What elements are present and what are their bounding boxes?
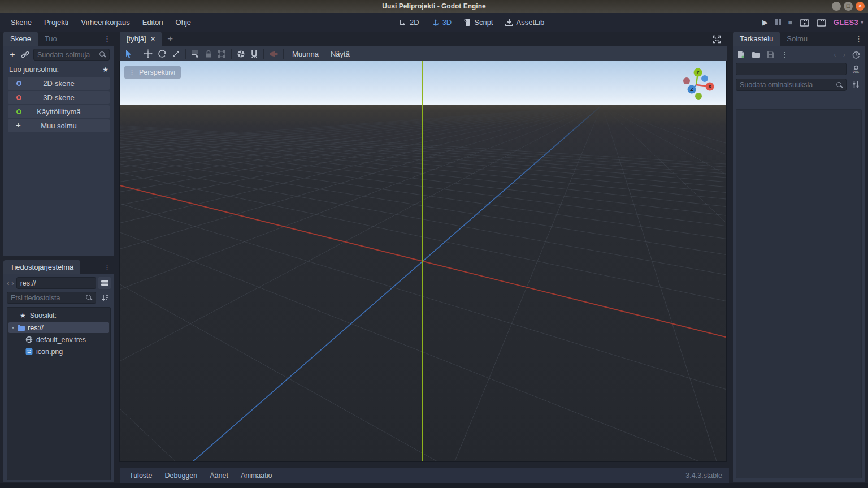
tab-inspector[interactable]: Tarkastelu [733,32,780,46]
2d-scene-icon [16,81,21,86]
bottom-tab-audio[interactable]: Äänet [206,470,232,481]
root-option-2d-scene[interactable]: 2D-skene [8,77,110,90]
tree-item-icon-png[interactable]: icon.png [8,346,109,357]
close-icon[interactable]: × [151,32,155,46]
workspace-script[interactable]: Script [461,16,496,28]
projection-button[interactable]: ⋮ Perspektiivi [124,66,181,79]
lock-button[interactable] [205,50,212,58]
file-search-input[interactable] [11,294,86,302]
node-name-field[interactable] [736,63,847,75]
move-mode-button[interactable] [144,49,153,58]
sort-button[interactable] [98,292,111,304]
scene-filter-field[interactable] [33,49,110,61]
3d-icon [432,19,440,27]
menu-scene[interactable]: Skene [6,16,37,29]
list-select-button[interactable] [191,50,199,58]
axis-gizmo[interactable]: YXZ [681,63,721,103]
snap-button[interactable] [250,50,258,58]
menu-debug[interactable]: Virheenkorjaus [76,16,134,29]
assetlib-icon [505,19,513,27]
menu-project[interactable]: Projekti [39,16,73,29]
bottom-panel-bar: Tuloste Debuggeri Äänet Animaatio 3.4.3.… [120,468,729,483]
root-option-other-node[interactable]: + Muu solmu [8,119,110,132]
root-option-3d-scene[interactable]: 3D-skene [8,91,110,104]
menu-editor[interactable]: Editori [137,16,168,29]
history-button[interactable] [852,51,860,59]
sliders-icon [852,81,860,89]
history-back-icon[interactable]: ‹ [7,279,9,287]
local-space-button[interactable] [237,50,245,58]
favorites-star-icon[interactable]: ★ [102,66,108,74]
new-scene-tab-button[interactable]: + [162,33,179,45]
inspector-empty-area [736,109,862,478]
scene-dock-menu-icon[interactable]: ⋮ [103,36,111,42]
search-icon [99,51,106,58]
group-button[interactable] [218,50,226,58]
property-filter-input[interactable] [740,81,836,89]
menu-bar: Skene Projekti Virheenkorjaus Editori Oh… [0,13,868,32]
rotate-mode-button[interactable] [158,49,167,58]
svg-text:Y: Y [696,70,700,75]
extra-settings-button[interactable] [849,81,862,89]
save-resource-button[interactable] [767,51,774,58]
path-breadcrumb[interactable]: res:// [16,277,96,289]
control-icon [16,109,21,114]
play-button[interactable]: ▶ [762,18,768,27]
property-filter-field[interactable] [736,79,847,91]
maximize-button[interactable]: □ [844,2,853,11]
new-resource-button[interactable] [737,50,745,59]
history-back-icon[interactable]: ‹ [834,50,836,59]
resource-globe-icon [25,336,33,343]
local-space-globe-icon [237,50,245,58]
stop-button[interactable]: ■ [788,19,792,27]
tab-filesystem[interactable]: Tiedostojärjestelmä [3,260,80,274]
workspace-2d[interactable]: 2D [396,16,423,28]
add-node-button[interactable]: + [8,50,17,60]
root-option-user-interface[interactable]: Käyttöliittymä [8,105,110,118]
workspace-assetlib[interactable]: AssetLib [502,16,548,28]
instance-scene-button[interactable] [21,50,29,59]
renderer-selector[interactable]: GLES3 ▾ [834,18,863,27]
inspector-dock-menu-icon[interactable]: ⋮ [855,36,862,42]
plus-icon: + [16,120,21,129]
history-forward-icon[interactable]: › [11,279,14,287]
inspector-dock: Tarkastelu Solmu ⋮ ⋮ ‹ › [733,32,865,482]
distraction-free-button[interactable] [713,35,721,44]
favorites-header[interactable]: ★ Suosikit: [8,310,109,321]
collapse-caret-icon[interactable]: ▾ [12,325,14,330]
workspace-3d[interactable]: 3D [428,16,455,28]
tree-item-default-env[interactable]: default_env.tres [8,334,109,345]
tab-scene[interactable]: Skene [3,32,38,46]
title-bar: Uusi Peliprojekti - Godot Engine − □ × [0,0,868,13]
history-forward-icon[interactable]: › [843,50,845,59]
3d-viewport[interactable]: YXZ ⋮ Perspektiivi [120,61,726,461]
minimize-button[interactable]: − [832,2,841,11]
pause-button[interactable] [775,19,781,25]
window-bottom-strip [0,483,868,488]
select-mode-button[interactable] [124,49,133,58]
2d-icon [399,19,407,27]
bottom-tab-animation[interactable]: Animaatio [237,470,276,481]
menu-help[interactable]: Ohje [171,16,196,29]
bottom-tab-debugger[interactable]: Debuggeri [161,470,202,481]
view-menu[interactable]: Näytä [327,49,353,59]
transform-menu[interactable]: Muunna [289,49,322,59]
file-search-field[interactable] [7,292,96,304]
play-scene-button[interactable] [800,19,809,27]
tab-import[interactable]: Tuo [38,32,64,46]
load-resource-button[interactable] [752,51,760,58]
camera-override-button[interactable] [269,50,278,58]
scene-filter-input[interactable] [37,51,99,59]
tab-node[interactable]: Solmu [780,32,814,46]
close-button[interactable]: × [856,2,865,11]
lock-icon [205,50,212,58]
scene-tab-empty[interactable]: [tyhjä] × [120,32,162,46]
filesystem-dock-menu-icon[interactable]: ⋮ [103,265,111,270]
resource-menu-icon[interactable]: ⋮ [781,52,788,58]
split-mode-button[interactable] [98,277,111,289]
open-docs-button[interactable]: DOC [849,65,862,74]
bottom-tab-output[interactable]: Tuloste [125,470,157,481]
scale-mode-button[interactable] [172,50,180,58]
play-custom-scene-button[interactable] [817,19,826,27]
tree-item-res[interactable]: ▾ res:// [8,322,109,333]
